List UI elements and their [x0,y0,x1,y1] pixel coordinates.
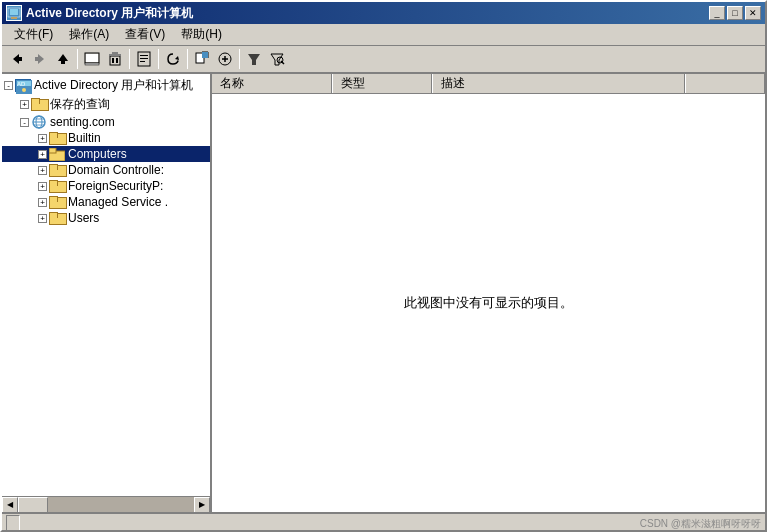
tree-managed-service[interactable]: + Managed Service . [2,194,210,210]
svg-rect-18 [140,55,148,56]
svg-rect-20 [140,61,145,62]
scroll-left-button[interactable]: ◀ [2,497,18,513]
svg-rect-8 [61,60,65,64]
fsp-folder-icon [49,180,65,193]
col-extra[interactable] [685,74,765,93]
window-frame: Active Directory 用户和计算机 _ □ ✕ 文件(F) 操作(A… [0,0,767,532]
tree-users[interactable]: + Users [2,210,210,226]
title-bar: Active Directory 用户和计算机 _ □ ✕ [2,2,765,24]
main-area: - Active Directory 用户和计算机 + [2,74,765,512]
toolbar-sep-2 [129,49,130,69]
list-content: 此视图中没有可显示的项目。 [212,94,765,512]
dc-label: Domain Controlle: [68,163,164,177]
title-bar-left: Active Directory 用户和计算机 [6,5,193,22]
maximize-button[interactable]: □ [727,6,743,20]
app-icon [6,5,22,21]
title-bar-buttons: _ □ ✕ [709,6,761,20]
builtin-expand[interactable]: + [38,134,47,143]
svg-rect-2 [11,17,17,19]
tree-content: - Active Directory 用户和计算机 + [2,74,210,496]
scrollbar-thumb[interactable] [18,497,48,513]
builtin-folder-icon [49,132,65,145]
scrollbar-track[interactable] [18,497,194,513]
col-name[interactable]: 名称 [212,74,332,93]
show-console-button[interactable] [81,48,103,70]
close-button[interactable]: ✕ [745,6,761,20]
builtin-label: Builtin [68,131,101,145]
back-button[interactable] [6,48,28,70]
minimize-button[interactable]: _ [709,6,725,20]
dc-expand[interactable]: + [38,166,47,175]
refresh-button[interactable] [162,48,184,70]
scroll-right-button[interactable]: ▶ [194,497,210,513]
svg-rect-19 [140,58,148,59]
root-expand[interactable]: - [4,81,13,90]
filter-button-2[interactable] [266,48,288,70]
col-type[interactable]: 类型 [332,74,432,93]
svg-rect-4 [19,57,22,61]
users-folder-icon [49,212,65,225]
dc-folder-icon [49,164,65,177]
toolbar-sep-4 [187,49,188,69]
menu-file[interactable]: 文件(F) [6,24,61,45]
computers-expand[interactable]: + [38,150,47,159]
msa-expand[interactable]: + [38,198,47,207]
export-button[interactable] [191,48,213,70]
filter-button-1[interactable] [243,48,265,70]
status-bar: CSDN @糯米滋粗啊呀呀呀 [2,512,765,532]
tree-domain-controllers[interactable]: + Domain Controlle: [2,162,210,178]
svg-rect-1 [10,9,18,15]
forward-button[interactable] [29,48,51,70]
tree-saved-searches[interactable]: + 保存的查询 [2,95,210,114]
fsp-label: ForeignSecurityP: [68,179,163,193]
computers-label: Computers [68,147,127,161]
tree-foreign-security[interactable]: + ForeignSecurityP: [2,178,210,194]
menu-help[interactable]: 帮助(H) [173,24,230,45]
svg-marker-5 [38,54,44,64]
tree-panel: - Active Directory 用户和计算机 + [2,74,212,512]
tree-builtin[interactable]: + Builtin [2,130,210,146]
svg-rect-16 [112,52,118,54]
svg-marker-7 [58,54,68,61]
col-desc[interactable]: 描述 [432,74,685,93]
toolbar-sep-3 [158,49,159,69]
msa-label: Managed Service . [68,195,168,209]
ad-icon [15,79,31,92]
users-expand[interactable]: + [38,214,47,223]
domain-label: senting.com [50,115,115,129]
delete-button[interactable] [104,48,126,70]
svg-rect-11 [85,63,99,65]
svg-rect-33 [17,81,31,86]
right-panel: 名称 类型 描述 此视图中没有可显示的项目。 [212,74,765,512]
svg-rect-10 [86,54,98,62]
svg-rect-13 [112,58,114,63]
up-button[interactable] [52,48,74,70]
window-title: Active Directory 用户和计算机 [26,5,193,22]
users-label: Users [68,211,99,225]
tree-computers[interactable]: + Computers [2,146,210,162]
svg-rect-24 [202,52,208,58]
status-left [6,515,20,532]
menu-view[interactable]: 查看(V) [117,24,173,45]
toolbar [2,46,765,74]
svg-rect-6 [35,57,38,61]
computers-folder-icon [49,148,65,161]
toolbar-sep-1 [77,49,78,69]
svg-marker-3 [13,54,19,64]
import-button[interactable] [214,48,236,70]
saved-searches-expand[interactable]: + [20,100,29,109]
tree-root[interactable]: - Active Directory 用户和计算机 [2,76,210,95]
list-header: 名称 类型 描述 [212,74,765,94]
tree-domain[interactable]: - senting.com [2,114,210,130]
domain-expand[interactable]: - [20,118,29,127]
svg-rect-15 [109,54,121,56]
properties-button[interactable] [133,48,155,70]
menu-bar: 文件(F) 操作(A) 查看(V) 帮助(H) [2,24,765,46]
svg-point-35 [22,88,26,92]
saved-searches-icon [31,98,47,111]
svg-rect-42 [49,148,56,153]
domain-icon [31,115,47,129]
fsp-expand[interactable]: + [38,182,47,191]
menu-action[interactable]: 操作(A) [61,24,117,45]
watermark: CSDN @糯米滋粗啊呀呀呀 [640,517,761,531]
